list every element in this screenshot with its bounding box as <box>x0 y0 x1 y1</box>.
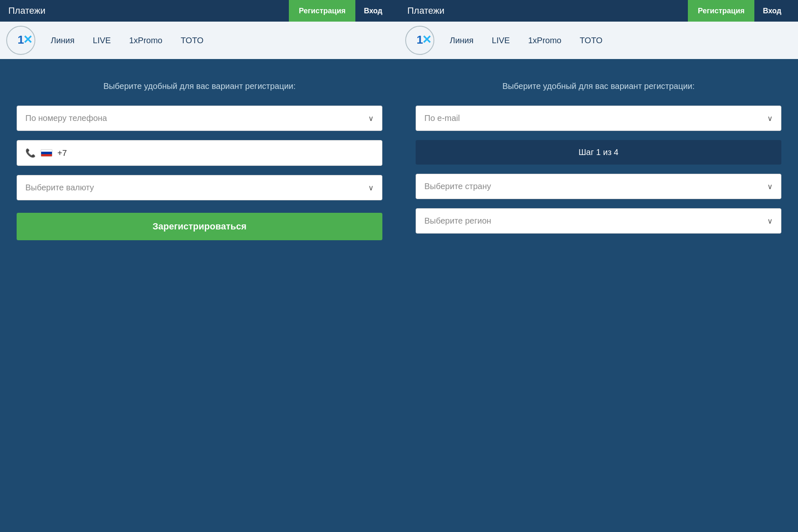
currency-placeholder-left: Выберите валюту <box>25 183 94 192</box>
currency-select-left[interactable]: Выберите валюту ∨ <box>17 175 382 200</box>
register-submit-button-left[interactable]: Зарегистрироваться <box>17 213 382 240</box>
chevron-region-right: ∨ <box>767 217 773 226</box>
login-button-right[interactable]: Вход <box>754 0 790 22</box>
nav-item-live-right[interactable]: LIVE <box>483 22 519 59</box>
nav-item-1xpromo-right[interactable]: 1xPromo <box>519 22 571 59</box>
nav-item-live-left[interactable]: LIVE <box>84 22 120 59</box>
logo-left[interactable]: 1 ✕ <box>4 24 37 57</box>
region-select-right[interactable]: Выберите регион ∨ <box>416 208 781 234</box>
payments-label-left: Платежи <box>8 5 289 16</box>
chevron-registration-left: ∨ <box>368 114 374 123</box>
nav-item-liniya-left[interactable]: Линия <box>42 22 84 59</box>
nav-item-toto-right[interactable]: TOTO <box>571 22 612 59</box>
login-button-left[interactable]: Вход <box>355 0 391 22</box>
step-indicator-right: Шаг 1 из 4 <box>416 140 781 165</box>
payments-label-right: Платежи <box>407 5 688 16</box>
register-button-top-right[interactable]: Регистрация <box>688 0 755 22</box>
nav-item-1xpromo-left[interactable]: 1xPromo <box>120 22 172 59</box>
chevron-country-right: ∨ <box>767 182 773 191</box>
panel-right: Платежи Регистрация Вход 1 ✕ Линия LIVE … <box>399 0 798 532</box>
registration-type-select-right[interactable]: По e-mail ∨ <box>416 106 781 131</box>
registration-type-select-left[interactable]: По номеру телефона ∨ <box>17 106 382 131</box>
phone-prefix-left: +7 <box>57 148 67 158</box>
subtitle-right: Выберите удобный для вас вариант регистр… <box>416 80 781 92</box>
phone-field-left[interactable]: 📞 +7 <box>17 140 382 166</box>
nav-bar-right: 1 ✕ Линия LIVE 1xPromo TOTO <box>399 22 798 59</box>
country-select-right[interactable]: Выберите страну ∨ <box>416 174 781 199</box>
nav-bar-left: 1 ✕ Линия LIVE 1xPromo TOTO <box>0 22 399 59</box>
top-bar-left: Платежи Регистрация Вход <box>0 0 399 22</box>
registration-type-placeholder-left: По номеру телефона <box>25 113 107 123</box>
top-bar-right: Платежи Регистрация Вход <box>399 0 798 22</box>
svg-text:✕: ✕ <box>23 33 32 46</box>
russia-flag-left <box>41 149 52 157</box>
chevron-registration-right: ∨ <box>767 114 773 123</box>
register-button-top-left[interactable]: Регистрация <box>289 0 356 22</box>
nav-item-toto-left[interactable]: TOTO <box>172 22 213 59</box>
logo-right[interactable]: 1 ✕ <box>403 24 436 57</box>
panel-left: Платежи Регистрация Вход 1 ✕ Линия LIVE … <box>0 0 399 532</box>
svg-text:✕: ✕ <box>422 33 431 46</box>
chevron-currency-left: ∨ <box>368 183 374 192</box>
content-right: Выберите удобный для вас вариант регистр… <box>399 59 798 532</box>
country-placeholder-right: Выберите страну <box>424 182 491 191</box>
content-left: Выберите удобный для вас вариант регистр… <box>0 59 399 532</box>
region-placeholder-right: Выберите регион <box>424 216 491 226</box>
nav-item-liniya-right[interactable]: Линия <box>441 22 483 59</box>
registration-type-placeholder-right: По e-mail <box>424 113 460 123</box>
subtitle-left: Выберите удобный для вас вариант регистр… <box>17 80 382 92</box>
phone-icon-left: 📞 <box>25 148 36 158</box>
